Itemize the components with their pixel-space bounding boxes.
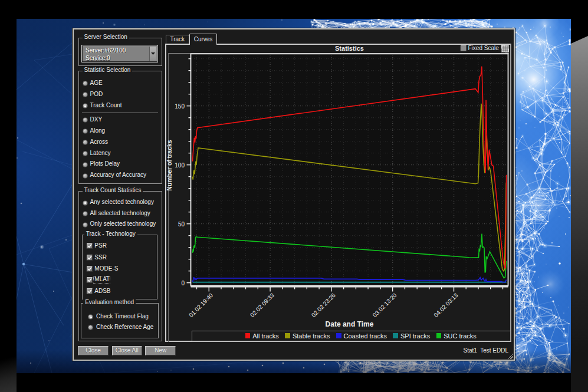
svg-text:01.02 19:40: 01.02 19:40 — [188, 292, 214, 318]
svg-text:50: 50 — [178, 221, 185, 228]
svg-text:0: 0 — [181, 280, 185, 286]
svg-text:100: 100 — [175, 162, 185, 169]
svg-text:02.02 23:26: 02.02 23:26 — [310, 292, 337, 318]
svg-text:04.02 03:13: 04.02 03:13 — [432, 292, 459, 318]
svg-text:150: 150 — [175, 103, 185, 110]
svg-text:03.02 13:20: 03.02 13:20 — [372, 292, 398, 318]
svg-text:02.02 09:33: 02.02 09:33 — [249, 292, 275, 318]
